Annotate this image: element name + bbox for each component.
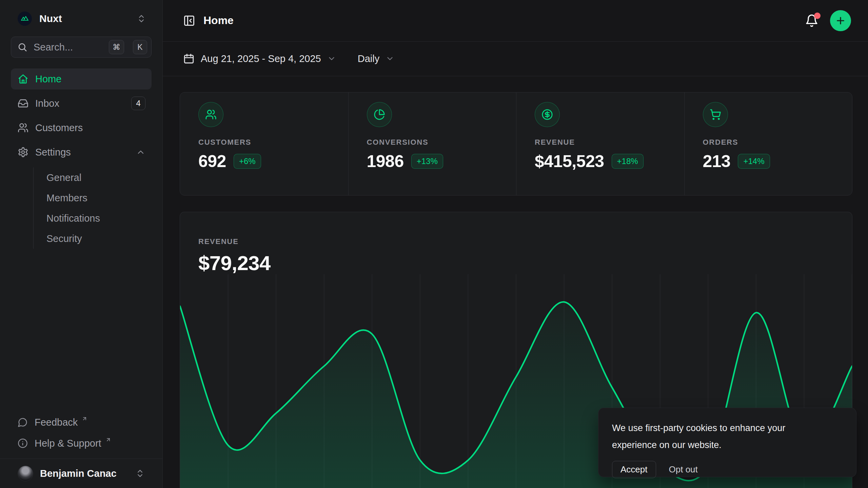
stat-card-customers: CUSTOMERS 692 +6%	[180, 93, 348, 195]
stats-row: CUSTOMERS 692 +6% CONVERSIONS 1986 +13%	[180, 92, 852, 196]
stat-delta-badge: +6%	[234, 154, 261, 169]
stat-label: REVENUE	[535, 138, 677, 147]
inbox-icon	[18, 98, 28, 109]
workspace-switcher[interactable]: Nuxt	[11, 9, 152, 28]
sidebar-item-settings[interactable]: Settings	[11, 142, 152, 163]
stat-label: CONVERSIONS	[367, 138, 510, 147]
stat-value: 213	[703, 151, 731, 171]
help-support-label: Help & Support	[35, 438, 101, 449]
stat-value: 692	[198, 151, 226, 171]
page-header: Home	[163, 0, 868, 42]
sidebar: Nuxt Search... ⌘ K Home	[0, 0, 163, 488]
nuxt-logo-icon	[18, 12, 32, 26]
stat-delta-badge: +13%	[411, 154, 443, 169]
revenue-total: $79,234	[198, 251, 852, 275]
stat-delta-badge: +14%	[738, 154, 770, 169]
add-button[interactable]	[830, 10, 851, 31]
stat-card-revenue: REVENUE $415,523 +18%	[516, 93, 684, 195]
app-root: Nuxt Search... ⌘ K Home	[0, 0, 868, 488]
workspace-name: Nuxt	[39, 13, 62, 24]
chevron-down-icon	[386, 54, 394, 63]
kbd-cmd: ⌘	[109, 40, 124, 54]
user-menu[interactable]: Benjamin Canac	[0, 459, 162, 488]
notifications-button[interactable]	[805, 14, 818, 27]
avatar	[18, 466, 33, 481]
page-title: Home	[203, 14, 234, 27]
revenue-label: REVENUE	[198, 237, 852, 246]
users-icon	[18, 122, 28, 133]
settings-subnav: General Members Notifications Security	[33, 167, 152, 249]
user-name: Benjamin Canac	[40, 468, 117, 479]
sidebar-item-label: Inbox	[35, 98, 59, 109]
date-range-value: Aug 21, 2025 - Sep 4, 2025	[201, 53, 321, 64]
chevron-up-down-icon	[135, 469, 145, 478]
cookie-message: We use first-party cookies to enhance yo…	[612, 420, 822, 453]
sidebar-footer-links: Feedback Help & Support	[0, 412, 162, 459]
sidebar-item-label: Settings	[35, 147, 71, 158]
stat-delta-badge: +18%	[612, 154, 644, 169]
toolbar: Aug 21, 2025 - Sep 4, 2025 Daily	[163, 42, 868, 76]
users-icon	[198, 102, 223, 127]
kbd-k: K	[133, 40, 147, 54]
shopping-cart-icon	[703, 102, 728, 127]
search-input[interactable]: Search... ⌘ K	[11, 37, 152, 58]
plus-icon	[835, 15, 846, 26]
home-icon	[18, 74, 28, 84]
external-link-icon	[105, 437, 111, 443]
stat-card-orders: ORDERS 213 +14%	[684, 93, 852, 195]
stat-card-conversions: CONVERSIONS 1986 +13%	[348, 93, 516, 195]
search-icon	[17, 42, 27, 52]
chevron-up-icon	[136, 147, 145, 157]
sidebar-item-label: Customers	[35, 122, 83, 134]
sidebar-item-notifications[interactable]: Notifications	[34, 208, 152, 228]
chat-bubble-icon	[18, 417, 28, 427]
gear-icon	[18, 147, 28, 158]
info-circle-icon	[18, 438, 28, 448]
calendar-icon	[183, 53, 195, 64]
stat-value: $415,523	[535, 151, 604, 171]
granularity-value: Daily	[358, 53, 379, 64]
chevron-up-down-icon	[137, 14, 146, 23]
cookie-accept-button[interactable]: Accept	[612, 461, 656, 478]
date-range-picker[interactable]: Aug 21, 2025 - Sep 4, 2025	[183, 53, 336, 64]
sidebar-nav: Home Inbox 4 Customers Sett	[0, 64, 162, 249]
search-placeholder: Search...	[34, 42, 103, 53]
help-support-link[interactable]: Help & Support	[11, 433, 152, 453]
external-link-icon	[82, 416, 87, 422]
cookie-banner: We use first-party cookies to enhance yo…	[598, 408, 856, 477]
sidebar-item-customers[interactable]: Customers	[11, 117, 152, 138]
sidebar-item-inbox[interactable]: Inbox 4	[11, 93, 152, 114]
sidebar-item-general[interactable]: General	[34, 167, 152, 188]
inbox-count-badge: 4	[131, 97, 145, 110]
dollar-circle-icon	[535, 102, 560, 127]
chevron-down-icon	[327, 54, 336, 63]
stat-label: CUSTOMERS	[198, 138, 341, 147]
panel-collapse-icon[interactable]	[183, 15, 195, 27]
stat-value: 1986	[367, 151, 404, 171]
stat-label: ORDERS	[703, 138, 846, 147]
cookie-optout-button[interactable]: Opt out	[669, 464, 698, 475]
sidebar-item-label: Home	[35, 74, 61, 85]
sidebar-item-security[interactable]: Security	[34, 228, 152, 249]
sidebar-item-home[interactable]: Home	[11, 68, 152, 89]
sidebar-item-members[interactable]: Members	[34, 188, 152, 208]
notification-dot	[814, 13, 821, 19]
pie-chart-icon	[367, 102, 392, 127]
feedback-label: Feedback	[35, 417, 78, 428]
feedback-link[interactable]: Feedback	[11, 412, 152, 432]
granularity-select[interactable]: Daily	[358, 53, 394, 64]
